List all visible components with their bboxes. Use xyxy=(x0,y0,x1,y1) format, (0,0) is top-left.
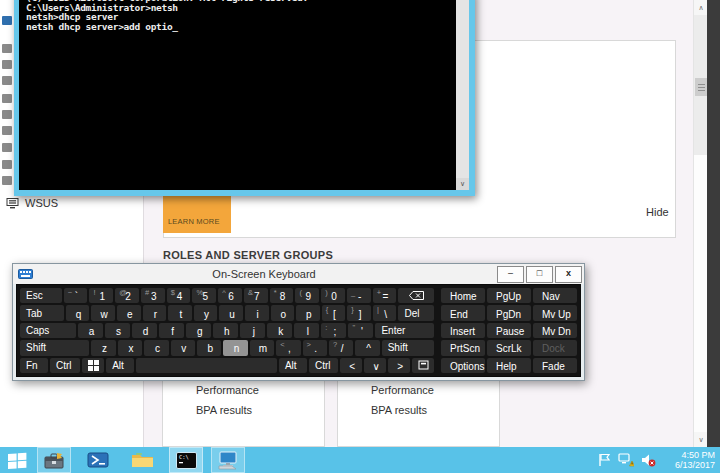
key-right-arrow[interactable]: > xyxy=(388,358,410,373)
card-row-bpa-results[interactable]: BPA results xyxy=(371,404,427,416)
key-'[interactable]: "' xyxy=(348,323,373,338)
key-t[interactable]: t xyxy=(168,305,192,320)
key-.[interactable]: >. xyxy=(303,340,327,355)
action-center-flag-icon[interactable] xyxy=(598,453,611,467)
scroll-down-icon[interactable]: ∨ xyxy=(694,432,708,447)
sidebar-icon-sliver[interactable] xyxy=(2,143,12,152)
key-dock-move[interactable] xyxy=(412,358,434,373)
key-Fn[interactable]: Fn xyxy=(20,358,48,373)
key-f[interactable]: f xyxy=(159,323,184,338)
terminal-scrollbar[interactable]: ∨ xyxy=(456,0,469,190)
key-9[interactable]: (9 xyxy=(295,288,319,303)
key-Fade[interactable]: Fade xyxy=(533,358,577,373)
key-ScrLk[interactable]: ScrLk xyxy=(487,340,531,355)
key-a[interactable]: a xyxy=(78,323,103,338)
key-Caps[interactable]: Caps xyxy=(20,323,76,338)
key-/[interactable]: ?/ xyxy=(329,340,353,355)
key-PgUp[interactable]: PgUp xyxy=(487,288,531,303)
key-Shift[interactable]: Shift xyxy=(382,340,434,355)
sidebar-icon-sliver[interactable] xyxy=(2,16,12,25)
key-c[interactable]: c xyxy=(144,340,168,355)
key-0[interactable]: )0 xyxy=(321,288,345,303)
key-Dock[interactable]: Dock xyxy=(533,340,577,355)
key-`[interactable]: ~` xyxy=(64,288,88,303)
key-4[interactable]: $4 xyxy=(167,288,191,303)
key-left-arrow[interactable]: < xyxy=(340,358,362,373)
key-Ctrl[interactable]: Ctrl xyxy=(309,358,338,373)
key-Del[interactable]: Del xyxy=(398,305,434,320)
card-row-performance[interactable]: Performance xyxy=(196,384,259,396)
key-n[interactable]: n xyxy=(223,340,247,355)
key-space[interactable] xyxy=(136,358,277,373)
key-backspace[interactable] xyxy=(398,288,434,303)
key-x[interactable]: x xyxy=(118,340,142,355)
key-v[interactable]: v xyxy=(171,340,195,355)
terminal-scroll-down-icon[interactable]: ∨ xyxy=(456,178,469,190)
key-7[interactable]: &7 xyxy=(244,288,268,303)
key-i[interactable]: i xyxy=(245,305,269,320)
key-][interactable]: }] xyxy=(347,305,371,320)
key-1[interactable]: !1 xyxy=(89,288,113,303)
maximize-button[interactable]: □ xyxy=(526,266,553,283)
sidebar-icon-sliver[interactable] xyxy=(2,176,12,185)
key-Alt[interactable]: Alt xyxy=(279,358,307,373)
sidebar-icon-sliver[interactable] xyxy=(2,76,12,85)
key-Shift[interactable]: Shift xyxy=(20,340,89,355)
command-prompt-taskbar-icon[interactable]: C:\ xyxy=(169,447,203,473)
key-,[interactable]: <, xyxy=(276,340,300,355)
key-;[interactable]: :; xyxy=(321,323,346,338)
on-screen-keyboard-window[interactable]: On-Screen Keyboard – □ x Esc~`!1@2#3$4%5… xyxy=(12,263,585,381)
key-Esc[interactable]: Esc xyxy=(20,288,62,303)
key-o[interactable]: o xyxy=(271,305,295,320)
key-Pause[interactable]: Pause xyxy=(487,323,531,338)
key-6[interactable]: ^6 xyxy=(218,288,242,303)
key-l[interactable]: l xyxy=(294,323,319,338)
powershell-taskbar-icon[interactable] xyxy=(81,447,115,473)
key-End[interactable]: End xyxy=(441,305,485,320)
scroll-up-icon[interactable]: ∧ xyxy=(694,0,708,15)
key-Ctrl[interactable]: Ctrl xyxy=(50,358,80,373)
key-e[interactable]: e xyxy=(117,305,141,320)
volume-muted-icon[interactable] xyxy=(641,453,656,467)
key-up-arrow[interactable]: ^ xyxy=(355,340,379,355)
key-down-arrow[interactable]: ∨ xyxy=(364,358,386,373)
scrollbar-thumb[interactable] xyxy=(695,78,707,96)
key-=[interactable]: += xyxy=(373,288,397,303)
key-Enter[interactable]: Enter xyxy=(375,323,434,338)
key-p[interactable]: p xyxy=(296,305,320,320)
sidebar-icon-sliver[interactable] xyxy=(2,126,12,135)
sidebar-icon-sliver[interactable] xyxy=(2,110,12,119)
sidebar-icon-sliver[interactable] xyxy=(2,160,12,169)
key-r[interactable]: r xyxy=(143,305,167,320)
key-5[interactable]: %5 xyxy=(192,288,216,303)
server-manager-taskbar-icon[interactable] xyxy=(37,447,71,473)
card-row-performance[interactable]: Performance xyxy=(371,384,434,396)
key-s[interactable]: s xyxy=(105,323,130,338)
key-h[interactable]: h xyxy=(213,323,238,338)
key-g[interactable]: g xyxy=(186,323,211,338)
sidebar-item-wsus[interactable]: WSUS xyxy=(6,197,58,209)
key-w[interactable]: w xyxy=(91,305,115,320)
key-m[interactable]: m xyxy=(250,340,274,355)
key-Help[interactable]: Help xyxy=(487,358,531,373)
on-screen-keyboard-taskbar-icon[interactable] xyxy=(211,447,245,473)
key--[interactable]: _- xyxy=(347,288,371,303)
start-button[interactable] xyxy=(0,447,34,473)
key-j[interactable]: j xyxy=(240,323,265,338)
card-row-bpa-results[interactable]: BPA results xyxy=(196,404,252,416)
key-Alt[interactable]: Alt xyxy=(106,358,134,373)
key-b[interactable]: b xyxy=(197,340,221,355)
key-PrtScn[interactable]: PrtScn xyxy=(441,340,485,355)
server-manager-scrollbar[interactable]: ∧ ∨ xyxy=(693,0,707,447)
osk-title-bar[interactable]: On-Screen Keyboard – □ x xyxy=(13,264,584,284)
key-Nav[interactable]: Nav xyxy=(533,288,577,303)
key-d[interactable]: d xyxy=(132,323,157,338)
file-explorer-taskbar-icon[interactable] xyxy=(125,447,159,473)
key-q[interactable]: q xyxy=(66,305,90,320)
key-Mv Dn[interactable]: Mv Dn xyxy=(533,323,577,338)
hide-link[interactable]: Hide xyxy=(646,206,669,218)
sidebar-icon-sliver[interactable] xyxy=(2,44,12,53)
minimize-button[interactable]: – xyxy=(497,266,524,283)
key-u[interactable]: u xyxy=(219,305,243,320)
key-y[interactable]: y xyxy=(194,305,218,320)
